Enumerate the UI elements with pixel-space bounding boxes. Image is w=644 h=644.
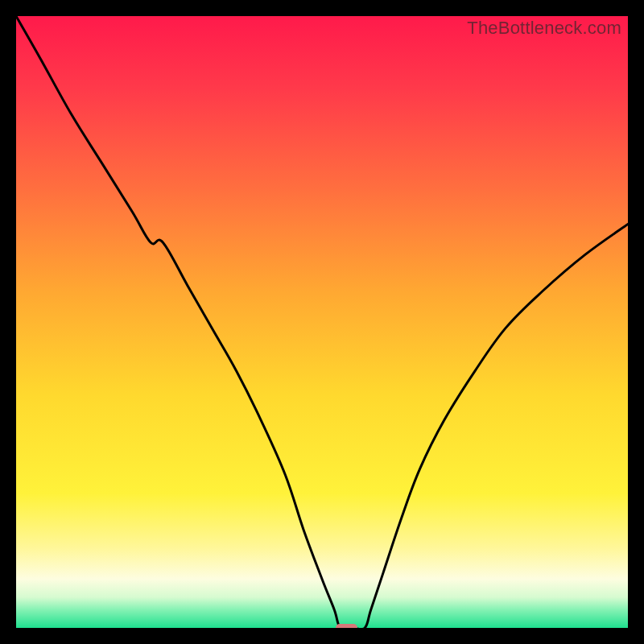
plot-area: TheBottleneck.com xyxy=(16,16,628,628)
bottleneck-curve-path xyxy=(16,16,628,628)
curve-svg xyxy=(16,16,628,628)
minimum-marker xyxy=(336,624,357,628)
chart-frame: TheBottleneck.com xyxy=(0,0,644,644)
